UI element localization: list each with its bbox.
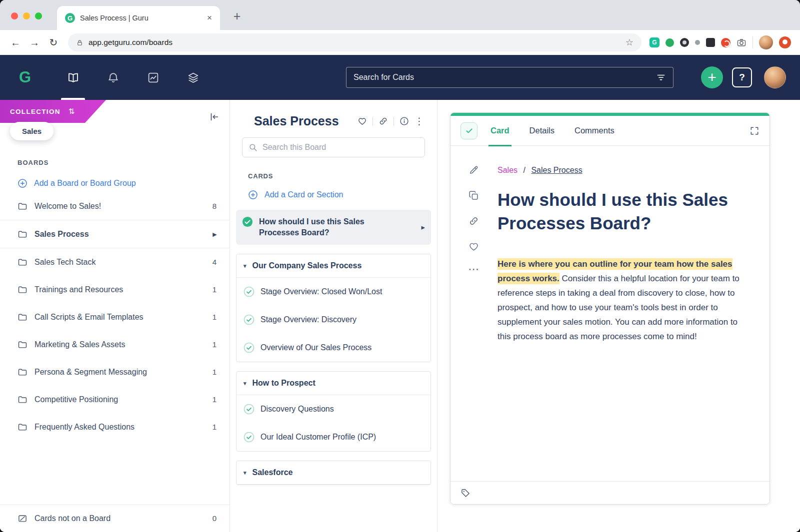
extension-dark-square-icon[interactable] (706, 38, 715, 47)
address-bar[interactable]: app.getguru.com/boards ☆ (68, 33, 642, 51)
board-section: ▾ Our Company Sales Process Stage Overvi… (236, 254, 431, 362)
extension-camera-icon[interactable] (736, 37, 746, 47)
sidebar-item-cards-not-on-a-board[interactable]: Cards not on a Board 0 (0, 505, 230, 532)
forward-button[interactable]: → (26, 34, 43, 51)
add-card-button[interactable]: Add a Card or Section (248, 190, 437, 200)
browser-tab[interactable]: G Sales Process | Guru × (57, 6, 220, 30)
kebab-menu-icon[interactable]: ⋮ (414, 116, 424, 126)
reload-button[interactable]: ↻ (45, 34, 62, 51)
sidebar-item-persona-segment-messaging[interactable]: Persona & Segment Messaging 1 (0, 358, 230, 386)
section-header[interactable]: ▾ How to Prospect (236, 372, 430, 395)
verified-check-tile[interactable] (460, 122, 478, 139)
card-list-item[interactable]: Stage Overview: Closed Won/Lost (236, 278, 430, 306)
card-list-item[interactable]: Our Ideal Customer Profile (ICP) (236, 423, 430, 451)
extension-green-icon[interactable] (666, 38, 674, 47)
extension-orange-circle-icon[interactable] (779, 36, 791, 48)
collection-switcher-icon[interactable]: ⇅ (68, 107, 75, 116)
info-icon[interactable] (400, 116, 409, 126)
sidebar-item-sales-tech-stack[interactable]: Sales Tech Stack 4 (0, 248, 230, 276)
breadcrumb-collection[interactable]: Sales (498, 166, 518, 174)
sidebar-item-marketing-sales-assets[interactable]: Marketing & Sales Assets 1 (0, 331, 230, 358)
divider (372, 117, 373, 126)
nav-boards-button[interactable] (53, 55, 93, 100)
add-board-label: Add a Board or Board Group (34, 179, 136, 188)
board-label: Competitive Positioning (34, 394, 118, 405)
minimize-window-button[interactable] (23, 12, 30, 19)
tab-card[interactable]: Card (490, 116, 510, 146)
browser-window: G Sales Process | Guru × + ← → ↻ app.get… (0, 0, 800, 532)
breadcrumb-board[interactable]: Sales Process (531, 166, 582, 174)
extension-dark-circle-icon[interactable] (680, 38, 689, 47)
section-title: Salesforce (252, 468, 293, 477)
back-button[interactable]: ← (7, 34, 24, 51)
nav-collections-button[interactable] (173, 55, 213, 100)
sidebar-item-sales-process[interactable]: Sales Process ▸ (0, 220, 230, 248)
user-avatar[interactable] (764, 66, 786, 88)
tab-details[interactable]: Details (530, 116, 554, 146)
guru-logo[interactable]: G (14, 68, 36, 86)
more-actions-icon[interactable]: ⋯ (468, 267, 479, 272)
chevron-down-icon[interactable]: ▾ (244, 263, 246, 269)
card-search-bar[interactable] (346, 67, 674, 88)
filter-icon[interactable] (656, 72, 666, 82)
close-window-button[interactable] (11, 12, 18, 19)
extension-grammarly-icon[interactable]: G (650, 37, 660, 47)
copy-link-icon[interactable] (378, 116, 388, 126)
card-title: Stage Overview: Closed Won/Lost (260, 286, 382, 297)
tag-icon[interactable] (460, 488, 470, 498)
tab-comments[interactable]: Comments (574, 116, 614, 146)
new-tab-button[interactable]: + (229, 8, 245, 24)
browser-profile-avatar[interactable] (759, 35, 773, 49)
folder-icon (18, 422, 28, 432)
chart-icon (147, 71, 160, 84)
url-text: app.getguru.com/boards (88, 38, 172, 47)
favorite-heart-icon[interactable] (358, 116, 367, 126)
card-list-item[interactable]: Overview of Our Sales Process (236, 334, 430, 362)
extension-red-spiral-icon[interactable] (721, 38, 730, 47)
breadcrumb-separator: / (523, 166, 525, 174)
sidebar-item-competitive-positioning[interactable]: Competitive Positioning 1 (0, 386, 230, 413)
collapse-sidebar-button[interactable] (208, 111, 220, 122)
board-label: Marketing & Sales Assets (34, 339, 125, 350)
duplicate-icon[interactable] (468, 190, 479, 201)
card-list-item[interactable]: Discovery Questions (236, 395, 430, 423)
folder-icon (18, 367, 28, 377)
sidebar-item-trainings-and-resources[interactable]: Trainings and Resources 1 (0, 276, 230, 303)
create-card-button[interactable]: + (701, 66, 723, 88)
card-title: Stage Overview: Discovery (260, 314, 356, 325)
collection-name-pill[interactable]: Sales (10, 122, 54, 140)
card-list-item-selected[interactable]: How should I use this Sales Processes Bo… (236, 210, 431, 245)
section-header[interactable]: ▾ Salesforce (236, 461, 430, 485)
edit-pencil-icon[interactable] (468, 165, 479, 175)
extension-gray-dot-icon[interactable] (695, 40, 700, 45)
tab-close-icon[interactable]: × (207, 13, 212, 23)
sidebar-item-call-scripts-email-templates[interactable]: Call Scripts & Email Templates 1 (0, 303, 230, 331)
layers-icon (187, 71, 200, 84)
card-list-item[interactable]: Stage Overview: Discovery (236, 306, 430, 334)
board-label: Persona & Segment Messaging (34, 367, 147, 377)
card-search-input[interactable] (354, 73, 651, 82)
board-count: 1 (212, 368, 216, 376)
tab-title: Sales Process | Guru (80, 14, 202, 22)
chevron-down-icon[interactable]: ▾ (244, 470, 246, 476)
zoom-window-button[interactable] (35, 12, 42, 19)
chevron-down-icon[interactable]: ▾ (244, 380, 246, 387)
bookmark-star-icon[interactable]: ☆ (626, 37, 634, 48)
nav-notifications-button[interactable] (93, 55, 133, 100)
add-board-button[interactable]: Add a Board or Board Group (18, 178, 230, 188)
sidebar-item-frequently-asked-questions[interactable]: Frequently Asked Questions 1 (0, 413, 230, 441)
card-detail-panel: Card Details Comments ⋯ (450, 112, 770, 505)
book-icon (67, 71, 80, 84)
board-search-input[interactable] (262, 143, 418, 152)
copy-link-icon[interactable] (468, 216, 479, 226)
board-search-bar[interactable] (242, 137, 425, 157)
nav-analytics-button[interactable] (133, 55, 173, 100)
cards-heading: CARDS (248, 172, 437, 180)
expand-card-button[interactable] (750, 126, 760, 136)
plus-circle-icon (18, 178, 28, 188)
favorite-heart-icon[interactable] (468, 241, 479, 252)
sidebar-item-welcome-to-sales[interactable]: Welcome to Sales! 8 (0, 192, 230, 220)
section-header[interactable]: ▾ Our Company Sales Process (236, 254, 430, 278)
card-detail-header: Card Details Comments (450, 116, 770, 146)
help-button[interactable]: ? (732, 67, 752, 87)
